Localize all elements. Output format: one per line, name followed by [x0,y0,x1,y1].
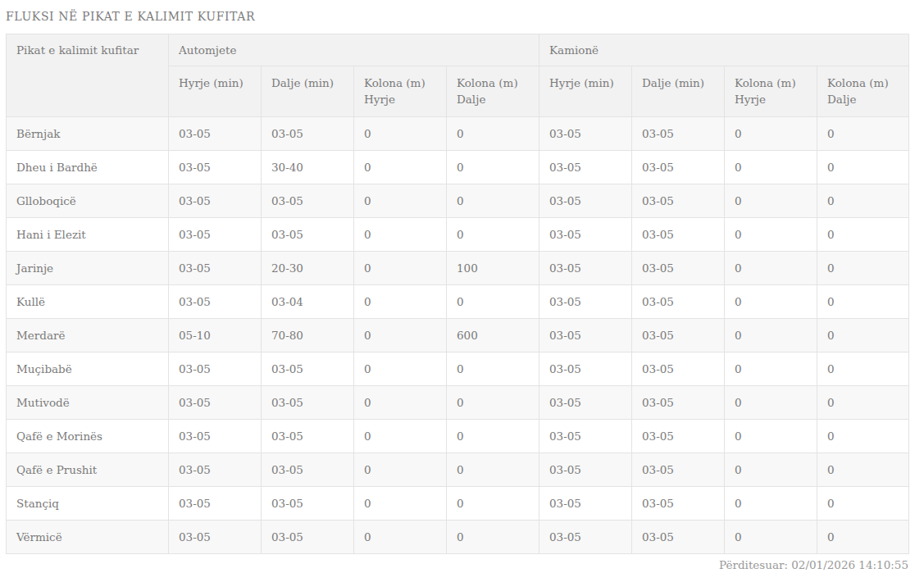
border-flow-page: FLUKSI NË PIKAT E KALIMIT KUFITAR Pikat … [0,0,924,571]
table-row: Hani i Elezit03-0503-050003-0503-0500 [7,218,909,252]
value-cell: 0 [817,453,909,487]
value-cell: 70-80 [262,319,354,352]
value-cell: 0 [817,151,909,184]
crossing-name-cell: Vërmicë [7,521,169,554]
table-row: Kullë03-0503-040003-0503-0500 [7,285,909,319]
value-cell: 03-05 [539,521,632,554]
value-cell: 03-05 [262,184,354,218]
value-cell: 0 [447,487,539,521]
value-cell: 0 [725,521,817,554]
value-cell: 0 [354,386,447,420]
value-cell: 0 [817,319,909,352]
value-cell: 0 [725,319,817,352]
value-cell: 03-05 [539,285,632,319]
value-cell: 0 [447,420,539,453]
value-cell: 03-05 [169,453,262,487]
value-cell: 03-05 [262,487,354,521]
value-cell: 03-05 [262,218,354,252]
table-body: Bërnjak03-0503-050003-0503-0500Dheu i Ba… [7,117,909,554]
border-crossings-table: Pikat e kalimit kufitar Automjete Kamion… [6,34,909,554]
value-cell: 0 [725,218,817,252]
value-cell: 03-05 [169,218,262,252]
value-cell: 0 [725,487,817,521]
value-cell: 03-05 [539,352,632,386]
value-cell: 03-05 [632,420,725,453]
value-cell: 03-05 [539,420,632,453]
value-cell: 30-40 [262,151,354,184]
group-header-trucks: Kamionë [539,34,909,66]
value-cell: 0 [725,420,817,453]
value-cell: 0 [354,151,447,184]
value-cell: 0 [725,117,817,151]
value-cell: 0 [447,386,539,420]
last-updated-text: Përditesuar: 02/01/2026 14:10:55 [6,558,908,571]
value-cell: 0 [817,184,909,218]
value-cell: 03-05 [632,352,725,386]
value-cell: 0 [725,252,817,285]
value-cell: 0 [354,352,447,386]
value-cell: 0 [725,352,817,386]
crossing-name-cell: Mutivodë [7,386,169,420]
column-header-queue-entry-vehicles: Kolona (m) Hyrje [354,66,447,117]
value-cell: 03-05 [169,521,262,554]
value-cell: 03-05 [632,117,725,151]
value-cell: 0 [725,386,817,420]
value-cell: 03-04 [262,285,354,319]
value-cell: 03-05 [262,117,354,151]
value-cell: 0 [725,453,817,487]
column-header-exit-min-vehicles: Dalje (min) [262,66,354,117]
table-row: Vërmicë03-0503-050003-0503-0500 [7,521,909,554]
value-cell: 03-05 [539,453,632,487]
value-cell: 0 [354,487,447,521]
value-cell: 0 [817,352,909,386]
crossing-name-cell: Qafë e Morinës [7,420,169,453]
column-header-queue-exit-trucks: Kolona (m) Dalje [817,66,909,117]
crossing-name-cell: Jarinje [7,252,169,285]
value-cell: 03-05 [632,285,725,319]
value-cell: 0 [354,285,447,319]
value-cell: 03-05 [169,487,262,521]
table-header: Pikat e kalimit kufitar Automjete Kamion… [7,34,909,117]
value-cell: 0 [725,151,817,184]
value-cell: 0 [354,420,447,453]
value-cell: 03-05 [169,117,262,151]
value-cell: 03-05 [632,453,725,487]
group-header-vehicles: Automjete [169,34,539,66]
value-cell: 05-10 [169,319,262,352]
table-row: Stançiq03-0503-050003-0503-0500 [7,487,909,521]
column-header-crossing-points: Pikat e kalimit kufitar [7,34,169,117]
value-cell: 0 [817,487,909,521]
table-row: Qafë e Morinës03-0503-050003-0503-0500 [7,420,909,453]
table-row: Mutivodë03-0503-050003-0503-0500 [7,386,909,420]
value-cell: 03-05 [539,252,632,285]
value-cell: 03-05 [539,184,632,218]
value-cell: 0 [447,218,539,252]
value-cell: 20-30 [262,252,354,285]
value-cell: 0 [447,453,539,487]
page-title: FLUKSI NË PIKAT E KALIMIT KUFITAR [6,10,924,23]
value-cell: 100 [447,252,539,285]
value-cell: 0 [817,218,909,252]
table-row: Merdarë05-1070-80060003-0503-0500 [7,319,909,352]
value-cell: 0 [817,386,909,420]
value-cell: 0 [354,521,447,554]
table-row: Muçibabë03-0503-050003-0503-0500 [7,352,909,386]
crossing-name-cell: Kullë [7,285,169,319]
value-cell: 0 [817,521,909,554]
value-cell: 03-05 [632,319,725,352]
value-cell: 0 [354,184,447,218]
value-cell: 0 [817,117,909,151]
value-cell: 03-05 [262,453,354,487]
value-cell: 0 [817,285,909,319]
value-cell: 03-05 [632,487,725,521]
value-cell: 03-05 [632,151,725,184]
value-cell: 03-05 [262,352,354,386]
table-row: Bërnjak03-0503-050003-0503-0500 [7,117,909,151]
crossing-name-cell: Hani i Elezit [7,218,169,252]
value-cell: 03-05 [632,386,725,420]
column-header-entry-min-trucks: Hyrje (min) [539,66,632,117]
value-cell: 03-05 [169,386,262,420]
value-cell: 0 [447,521,539,554]
crossing-name-cell: Merdarë [7,319,169,352]
value-cell: 03-05 [169,184,262,218]
